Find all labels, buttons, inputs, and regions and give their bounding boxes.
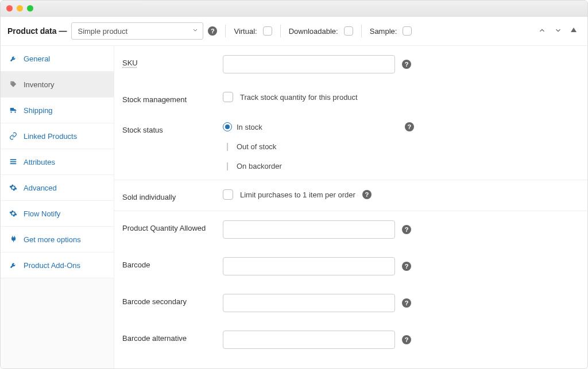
sidebar-item-advanced[interactable]: Advanced (1, 175, 114, 201)
svg-marker-0 (571, 28, 577, 32)
sidebar-item-label: Shipping (24, 106, 53, 115)
stock-status-radio-group: In stock | Out of stock | On backorder (223, 122, 282, 170)
sidebar-item-product-add-ons[interactable]: Product Add-Ons (1, 253, 114, 278)
sidebar-item-shipping[interactable]: Shipping (1, 98, 114, 123)
help-icon[interactable]: ? (402, 335, 411, 344)
product-data-panel: Product data — Simple product ? Virtual:… (0, 0, 588, 369)
sidebar-item-general[interactable]: General (1, 46, 114, 72)
stock-status-label: Stock status (122, 122, 223, 134)
radio-label: On backorder (237, 162, 282, 170)
stock-management-label: Stock management (122, 92, 223, 104)
downloadable-checkbox[interactable] (344, 26, 353, 36)
stock-status-option-on-backorder[interactable]: | On backorder (223, 161, 282, 170)
minimize-icon[interactable] (17, 5, 23, 11)
link-icon (9, 131, 18, 141)
barcode-input[interactable] (223, 257, 395, 275)
field-row-sold-individually: Sold individually Limit purchases to 1 i… (114, 180, 587, 211)
help-icon[interactable]: ? (402, 60, 411, 69)
window-titlebar (1, 1, 587, 17)
close-icon[interactable] (6, 5, 13, 11)
virtual-checkbox[interactable] (263, 26, 272, 36)
sidebar-item-label: Inventory (24, 80, 54, 89)
help-icon[interactable]: ? (402, 298, 411, 308)
virtual-label: Virtual: (234, 27, 257, 36)
wrench-icon (9, 54, 18, 63)
sidebar-item-linked-products[interactable]: Linked Products (1, 123, 114, 149)
sidebar-item-inventory[interactable]: Inventory (1, 72, 114, 98)
help-icon[interactable]: ? (402, 262, 411, 271)
collapse-triangle-icon[interactable] (570, 26, 577, 36)
sample-checkbox[interactable] (403, 26, 412, 36)
product-quantity-allowed-input[interactable] (223, 220, 395, 239)
help-icon[interactable]: ? (402, 225, 411, 234)
panel-body: General Inventory Shipping Linked Produc… (1, 46, 587, 368)
plug-icon (9, 235, 18, 244)
sidebar-item-label: Flow Notify (24, 209, 60, 218)
sku-input[interactable] (223, 55, 395, 73)
help-icon[interactable]: ? (208, 26, 217, 36)
sidebar-item-label: General (24, 55, 50, 63)
barcode-alternative-input[interactable] (223, 331, 395, 349)
tag-icon (9, 80, 18, 89)
stock-status-option-out-of-stock[interactable]: | Out of stock (223, 142, 282, 151)
field-row-sku: SKU ? (114, 46, 587, 83)
help-icon[interactable]: ? (362, 190, 372, 199)
product-quantity-allowed-label: Product Quantity Allowed (122, 220, 223, 232)
field-row-barcode-secondary: Barcode secondary ? (114, 285, 587, 321)
radio-icon: | (223, 142, 232, 151)
gear-icon (9, 209, 18, 218)
product-type-value: Simple product (78, 27, 127, 36)
svg-rect-2 (10, 161, 17, 162)
field-row-product-quantity-allowed: Product Quantity Allowed ? (114, 211, 587, 248)
sidebar-item-label: Get more options (24, 235, 81, 244)
chevron-up-icon[interactable] (538, 26, 546, 36)
sidebar-item-flow-notify[interactable]: Flow Notify (1, 201, 114, 227)
sold-individually-checkbox-label: Limit purchases to 1 item per order (240, 191, 355, 199)
panel-title: Product data — (7, 26, 67, 36)
barcode-label: Barcode (122, 257, 223, 269)
separator (361, 25, 362, 37)
wrench-icon (9, 261, 18, 270)
sidebar-item-get-more-options[interactable]: Get more options (1, 227, 114, 253)
sku-label: SKU (122, 55, 223, 67)
field-row-barcode-alternative: Barcode alternative ? (114, 321, 587, 358)
sidebar-item-attributes[interactable]: Attributes (1, 149, 114, 175)
radio-icon: | (223, 161, 232, 170)
separator (280, 25, 281, 37)
panel-toggle-controls (538, 26, 581, 36)
sidebar-item-label: Product Add-Ons (24, 261, 80, 270)
field-row-stock-status: Stock status In stock | Out of stock | (114, 113, 587, 180)
svg-rect-1 (10, 159, 17, 160)
tab-content-inventory: SKU ? Stock management Track stock quant… (114, 46, 587, 368)
product-type-select[interactable]: Simple product (71, 22, 203, 40)
help-icon[interactable]: ? (405, 122, 414, 131)
barcode-alternative-label: Barcode alternative (122, 331, 223, 343)
tabs-sidebar: General Inventory Shipping Linked Produc… (1, 46, 114, 368)
sidebar-item-label: Advanced (24, 184, 57, 192)
stock-management-checkbox[interactable] (223, 92, 233, 102)
sidebar-item-label: Attributes (24, 158, 55, 166)
sold-individually-label: Sold individually (122, 189, 223, 201)
field-row-stock-management: Stock management Track stock quantity fo… (114, 83, 587, 113)
barcode-secondary-input[interactable] (223, 294, 395, 312)
separator (225, 25, 226, 37)
sample-label: Sample: (370, 27, 397, 36)
gear-icon (9, 183, 18, 192)
list-icon (9, 157, 18, 166)
sidebar-item-label: Linked Products (24, 132, 77, 141)
panel-header: Product data — Simple product ? Virtual:… (1, 17, 587, 46)
truck-icon (9, 106, 18, 115)
maximize-icon[interactable] (27, 5, 33, 11)
stock-management-checkbox-label: Track stock quantity for this product (240, 93, 358, 102)
chevron-down-icon[interactable] (554, 26, 562, 36)
stock-status-option-in-stock[interactable]: In stock (223, 122, 282, 131)
radio-icon (223, 122, 232, 131)
sold-individually-checkbox[interactable] (223, 189, 233, 200)
field-row-barcode: Barcode ? (114, 248, 587, 285)
svg-rect-3 (10, 163, 17, 164)
barcode-secondary-label: Barcode secondary (122, 294, 223, 306)
radio-label: Out of stock (237, 142, 276, 151)
downloadable-label: Downloadable: (289, 27, 338, 36)
radio-label: In stock (237, 123, 262, 131)
